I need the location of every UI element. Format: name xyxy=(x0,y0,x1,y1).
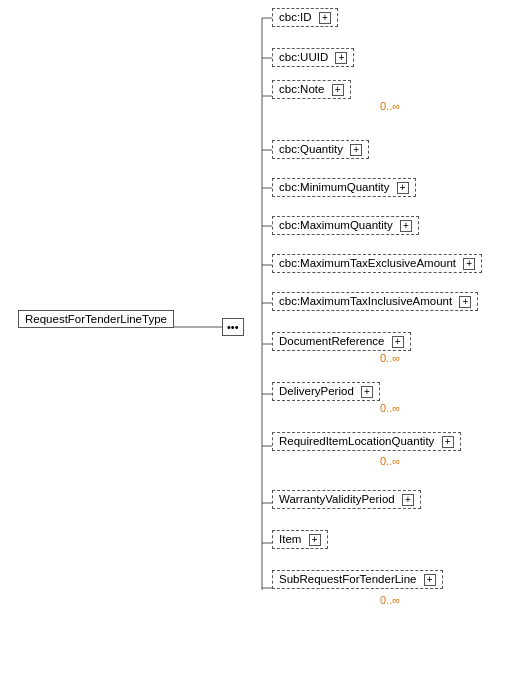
root-node: RequestForTenderLineType xyxy=(18,310,174,328)
connector-box: ••• xyxy=(222,318,244,336)
node-warrantyperiod: WarrantyValidityPeriod + xyxy=(272,490,421,509)
node-cbc-uuid-label: cbc:UUID xyxy=(279,51,328,63)
node-cbc-maxtaxincl: cbc:MaximumTaxInclusiveAmount + xyxy=(272,292,478,311)
node-warrantyperiod-label: WarrantyValidityPeriod xyxy=(279,493,395,505)
node-item-label: Item xyxy=(279,533,301,545)
mult-deliveryperiod: 0..∞ xyxy=(380,402,400,414)
expand-cbc-id[interactable]: + xyxy=(319,12,331,24)
node-cbc-quantity: cbc:Quantity + xyxy=(272,140,369,159)
mult-documentref: 0..∞ xyxy=(380,352,400,364)
node-cbc-maxqty-label: cbc:MaximumQuantity xyxy=(279,219,393,231)
node-item: Item + xyxy=(272,530,328,549)
expand-warrantyperiod[interactable]: + xyxy=(402,494,414,506)
node-subrequest: SubRequestForTenderLine + xyxy=(272,570,443,589)
expand-documentref[interactable]: + xyxy=(392,336,404,348)
expand-subrequest[interactable]: + xyxy=(424,574,436,586)
node-deliveryperiod: DeliveryPeriod + xyxy=(272,382,380,401)
node-cbc-minqty-label: cbc:MinimumQuantity xyxy=(279,181,390,193)
diagram: RequestForTenderLineType ••• cbc:ID + cb… xyxy=(0,0,509,685)
root-node-label: RequestForTenderLineType xyxy=(25,313,167,325)
expand-reqitemloc[interactable]: + xyxy=(442,436,454,448)
expand-item[interactable]: + xyxy=(309,534,321,546)
node-subrequest-label: SubRequestForTenderLine xyxy=(279,573,416,585)
node-cbc-minqty: cbc:MinimumQuantity + xyxy=(272,178,416,197)
node-cbc-note: cbc:Note + xyxy=(272,80,351,99)
expand-cbc-uuid[interactable]: + xyxy=(335,52,347,64)
expand-cbc-note[interactable]: + xyxy=(332,84,344,96)
node-reqitemloc: RequiredItemLocationQuantity + xyxy=(272,432,461,451)
node-cbc-note-label: cbc:Note xyxy=(279,83,324,95)
expand-cbc-maxqty[interactable]: + xyxy=(400,220,412,232)
node-cbc-id-label: cbc:ID xyxy=(279,11,312,23)
node-cbc-maxtaxexcl: cbc:MaximumTaxExclusiveAmount + xyxy=(272,254,482,273)
mult-reqitemloc: 0..∞ xyxy=(380,455,400,467)
node-cbc-maxtaxexcl-label: cbc:MaximumTaxExclusiveAmount xyxy=(279,257,456,269)
mult-subrequest: 0..∞ xyxy=(380,594,400,606)
expand-cbc-minqty[interactable]: + xyxy=(397,182,409,194)
node-cbc-uuid: cbc:UUID + xyxy=(272,48,354,67)
node-cbc-quantity-label: cbc:Quantity xyxy=(279,143,343,155)
mult-cbc-note: 0..∞ xyxy=(380,100,400,112)
expand-deliveryperiod[interactable]: + xyxy=(361,386,373,398)
node-reqitemloc-label: RequiredItemLocationQuantity xyxy=(279,435,434,447)
node-documentref-label: DocumentReference xyxy=(279,335,384,347)
connector-label: ••• xyxy=(227,321,239,333)
node-deliveryperiod-label: DeliveryPeriod xyxy=(279,385,354,397)
node-documentref: DocumentReference + xyxy=(272,332,411,351)
expand-cbc-quantity[interactable]: + xyxy=(350,144,362,156)
expand-cbc-maxtaxincl[interactable]: + xyxy=(459,296,471,308)
expand-cbc-maxtaxexcl[interactable]: + xyxy=(463,258,475,270)
node-cbc-id: cbc:ID + xyxy=(272,8,338,27)
node-cbc-maxtaxincl-label: cbc:MaximumTaxInclusiveAmount xyxy=(279,295,452,307)
node-cbc-maxqty: cbc:MaximumQuantity + xyxy=(272,216,419,235)
